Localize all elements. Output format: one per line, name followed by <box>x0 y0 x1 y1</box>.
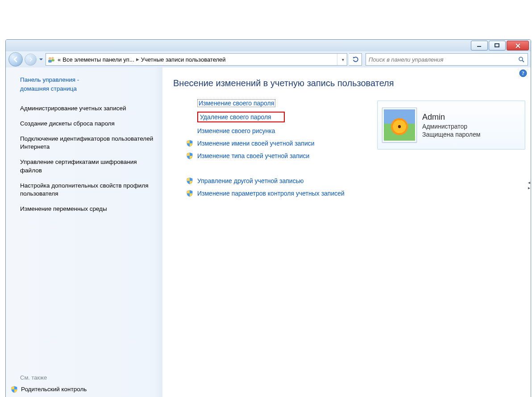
user-password-status: Защищена паролем <box>422 131 480 138</box>
svg-point-2 <box>49 57 51 60</box>
sidebar: Панель управления - домашняя страница Ад… <box>6 67 162 397</box>
sidebar-item-manage-certificates[interactable]: Управление сертификатами шифрования файл… <box>20 158 154 174</box>
breadcrumb[interactable]: « Все элементы панели уп... ▶ Учетные за… <box>46 53 347 66</box>
shield-icon <box>186 177 194 185</box>
task-change-name[interactable]: Изменение имени своей учетной записи <box>186 139 382 147</box>
svg-rect-5 <box>51 59 54 62</box>
close-button[interactable] <box>507 41 529 50</box>
task-label: Изменение типа своей учетной записи <box>197 152 309 159</box>
breadcrumb-parent[interactable]: Все элементы панели уп... <box>62 56 134 63</box>
account-task-list: Изменение своего пароля Удаление своего … <box>186 99 382 197</box>
svg-rect-1 <box>495 44 499 47</box>
main-pane: Внесение изменений в учетную запись поль… <box>162 67 531 397</box>
search-box[interactable]: Поиск в панели управления <box>366 53 528 66</box>
minimize-button[interactable] <box>471 41 488 50</box>
svg-point-4 <box>52 57 54 59</box>
resize-grip-icon[interactable]: ◂▸ <box>527 180 531 191</box>
user-role: Администратор <box>422 123 480 130</box>
breadcrumb-overflow-glyph: « <box>58 56 61 63</box>
sidebar-item-manage-accounts[interactable]: Администрирование учетных записей <box>20 104 154 113</box>
back-button[interactable] <box>8 52 23 67</box>
task-label: Изменение своего пароля <box>197 99 275 107</box>
task-change-uac-settings[interactable]: Изменение параметров контроля учетных за… <box>186 189 382 197</box>
sidebar-item-env-variables[interactable]: Изменение переменных среды <box>20 205 154 213</box>
nav-history-dropdown[interactable] <box>38 53 44 66</box>
title-bar <box>6 40 531 51</box>
task-label: Удаление своего пароля <box>200 113 271 121</box>
task-change-password[interactable]: Изменение своего пароля <box>186 99 382 107</box>
sidebar-item-link-online-ids[interactable]: Подключение идентификаторов пользователе… <box>20 135 154 151</box>
control-panel-window: « Все элементы панели уп... ▶ Учетные за… <box>5 39 531 397</box>
svg-point-6 <box>519 57 523 61</box>
see-also-label: Родительский контроль <box>21 385 87 393</box>
task-change-type[interactable]: Изменение типа своей учетной записи <box>186 152 382 160</box>
task-label: Изменение имени своей учетной записи <box>197 140 315 147</box>
chevron-right-icon: ▶ <box>136 57 139 62</box>
user-name: Admin <box>422 113 480 122</box>
page-heading: Внесение изменений в учетную запись поль… <box>173 78 524 88</box>
task-change-picture[interactable]: Изменение своего рисунка <box>186 127 382 135</box>
sidebar-task-list: Администрирование учетных записей Создан… <box>20 104 154 213</box>
task-manage-another-account[interactable]: Управление другой учетной записью <box>186 177 382 185</box>
forward-button[interactable] <box>25 54 37 66</box>
search-placeholder: Поиск в панели управления <box>369 56 518 63</box>
window-body: ? Панель управления - домашняя страница … <box>6 67 531 397</box>
sidebar-item-password-reset-disk[interactable]: Создание дискеты сброса пароля <box>20 120 154 128</box>
shield-icon <box>186 152 194 160</box>
shield-icon <box>10 385 18 393</box>
task-label: Управление другой учетной записью <box>197 177 303 184</box>
shield-icon <box>186 139 194 147</box>
refresh-button[interactable] <box>349 53 362 66</box>
breadcrumb-current[interactable]: Учетные записи пользователей <box>141 56 226 63</box>
maximize-button[interactable] <box>489 41 506 50</box>
current-user-card: Admin Администратор Защищена паролем <box>377 100 525 150</box>
svg-rect-3 <box>48 60 52 63</box>
control-panel-home-link[interactable]: Панель управления - домашняя страница <box>20 75 154 94</box>
sidebar-item-advanced-profile[interactable]: Настройка дополнительных свойств профиля… <box>20 182 154 198</box>
see-also-heading: См. также <box>20 374 154 381</box>
user-accounts-icon <box>47 55 56 64</box>
shield-icon <box>186 189 194 197</box>
task-label: Изменение параметров контроля учетных за… <box>197 190 345 197</box>
svg-rect-0 <box>477 46 481 47</box>
svg-line-7 <box>522 60 524 62</box>
search-icon <box>518 56 525 63</box>
see-also-parental-controls[interactable]: Родительский контроль <box>10 385 154 393</box>
breadcrumb-dropdown[interactable]: ▾ <box>340 57 346 62</box>
nav-bar: « Все элементы панели уп... ▶ Учетные за… <box>6 51 531 67</box>
task-label: Изменение своего рисунка <box>197 127 275 134</box>
task-remove-password[interactable]: Удаление своего пароля <box>186 112 382 122</box>
avatar <box>382 108 417 142</box>
